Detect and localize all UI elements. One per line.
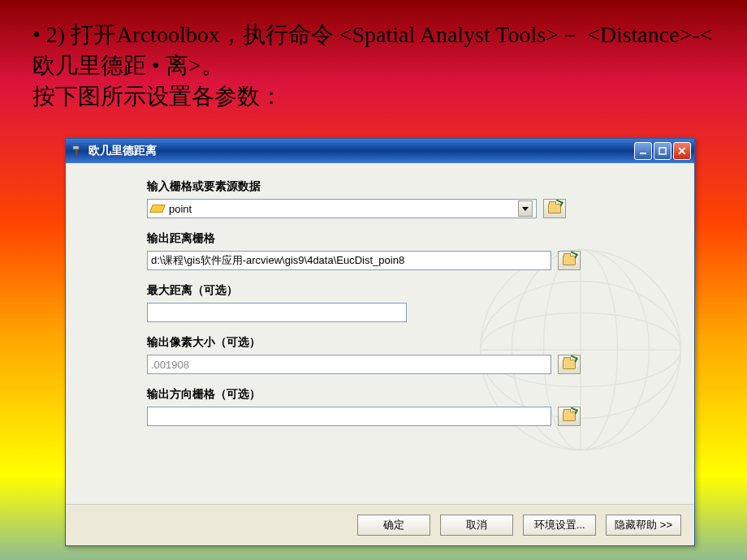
label-output-direction: 输出方向栅格（可选） bbox=[147, 387, 675, 402]
field-max-distance: 最大距离（可选） bbox=[147, 283, 675, 322]
label-max-distance: 最大距离（可选） bbox=[147, 283, 675, 298]
close-button[interactable]: ✕ bbox=[673, 142, 691, 160]
svg-rect-1 bbox=[76, 149, 77, 156]
hide-help-button[interactable]: 隐藏帮助 >> bbox=[606, 515, 681, 536]
field-output-distance: 输出距离栅格 bbox=[147, 231, 675, 270]
browse-output-direction-button[interactable] bbox=[558, 407, 581, 426]
folder-open-icon bbox=[548, 204, 561, 213]
instruction-line-1: • 2) 打开Arctoolbox，执行命令 <Spatial Analyst … bbox=[32, 19, 715, 81]
maximize-button[interactable] bbox=[654, 142, 671, 160]
dialog-title: 欧几里德距离 bbox=[89, 144, 634, 158]
output-distance-input[interactable] bbox=[147, 251, 551, 270]
hammer-icon bbox=[71, 144, 84, 157]
ok-button[interactable]: 确定 bbox=[357, 515, 430, 536]
field-output-direction: 输出方向栅格（可选） bbox=[147, 387, 675, 426]
layer-icon bbox=[149, 205, 166, 213]
label-source-data: 输入栅格或要素源数据 bbox=[147, 179, 675, 194]
folder-open-icon bbox=[563, 256, 576, 265]
instruction-line-2: 按下图所示设置各参数： bbox=[32, 81, 715, 112]
window-controls: ✕ bbox=[634, 142, 691, 160]
euclidean-distance-dialog: 欧几里德距离 ✕ 输入栅格或要素源数据 bbox=[65, 138, 695, 546]
dialog-body: 输入栅格或要素源数据 point 输出距离栅格 最 bbox=[66, 163, 694, 504]
slide-instruction-text: • 2) 打开Arctoolbox，执行命令 <Spatial Analyst … bbox=[0, 0, 747, 119]
dialog-titlebar[interactable]: 欧几里德距离 ✕ bbox=[66, 139, 694, 163]
svg-rect-3 bbox=[659, 148, 666, 154]
label-output-distance: 输出距离栅格 bbox=[147, 231, 675, 246]
browse-output-distance-button[interactable] bbox=[558, 251, 581, 270]
label-cell-size: 输出像素大小（可选） bbox=[147, 335, 675, 350]
source-data-value: point bbox=[169, 203, 192, 215]
minimize-button[interactable] bbox=[634, 142, 652, 160]
browse-source-button[interactable] bbox=[543, 199, 566, 218]
folder-open-icon bbox=[563, 360, 576, 369]
output-direction-input[interactable] bbox=[147, 407, 551, 426]
field-cell-size: 输出像素大小（可选） bbox=[147, 335, 675, 374]
source-data-combobox[interactable]: point bbox=[147, 199, 537, 218]
svg-rect-2 bbox=[640, 153, 646, 154]
dropdown-button[interactable] bbox=[518, 200, 533, 217]
chevron-down-icon bbox=[522, 207, 529, 211]
max-distance-input[interactable] bbox=[147, 303, 407, 322]
svg-rect-0 bbox=[73, 146, 79, 149]
folder-open-icon bbox=[563, 411, 576, 421]
dialog-button-row: 确定 取消 环境设置... 隐藏帮助 >> bbox=[66, 504, 694, 545]
field-source-data: 输入栅格或要素源数据 point bbox=[147, 179, 675, 218]
cancel-button[interactable]: 取消 bbox=[440, 515, 513, 536]
browse-cell-size-button[interactable] bbox=[558, 355, 581, 374]
environment-settings-button[interactable]: 环境设置... bbox=[523, 515, 596, 536]
cell-size-input[interactable] bbox=[147, 355, 551, 374]
